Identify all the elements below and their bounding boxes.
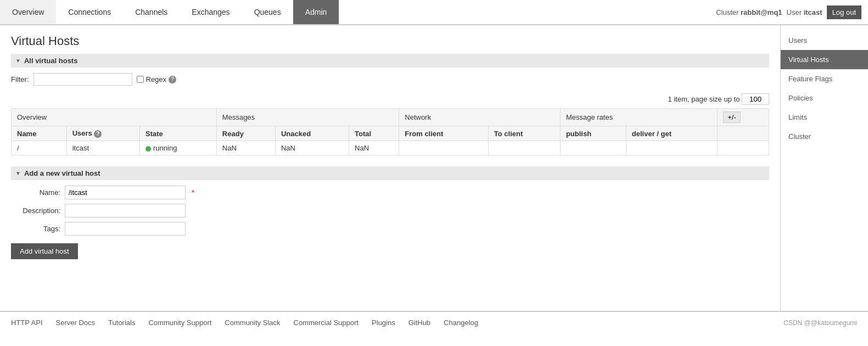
footer-community-slack[interactable]: Community Slack [225,319,280,327]
tab-exchanges[interactable]: Exchanges [180,0,242,24]
col-actions [718,126,769,141]
required-star: * [192,188,194,197]
col-to-client: To client [488,126,560,141]
col-deliver-get: deliver / get [626,126,717,141]
top-nav-bar: Overview Connections Channels Exchanges … [0,0,868,25]
cell-ready: NaN [216,141,275,155]
cell-from-client [399,141,489,155]
cell-name[interactable]: / [12,141,67,155]
all-vhosts-header: ▼ All virtual hosts [11,54,769,68]
name-row: Name: * [11,186,769,199]
cluster-value: rabbit@mq1 [741,8,782,16]
top-right-info: Cluster rabbit@mq1 User itcast Log out [716,5,868,19]
footer-changelog[interactable]: Changelog [444,319,478,327]
sidebar: Users Virtual Hosts Feature Flags Polici… [780,25,868,311]
logout-button[interactable]: Log out [827,5,861,19]
name-field-label: Name: [11,188,60,197]
add-virtual-host-button[interactable]: Add virtual host [11,243,78,259]
cell-unacked: NaN [275,141,349,155]
footer-commercial-support[interactable]: Commercial Support [294,319,359,327]
footer-plugins[interactable]: Plugins [372,319,395,327]
regex-check: Regex ? [137,75,177,83]
nav-tabs: Overview Connections Channels Exchanges … [0,0,339,24]
page-title: Virtual Hosts [11,34,769,48]
group-overview: Overview [12,109,217,126]
users-help-icon[interactable]: ? [94,130,102,138]
filter-row: Filter: Regex ? [11,73,769,86]
tags-input[interactable] [65,222,186,236]
description-row: Description: [11,204,769,217]
regex-label: Regex [146,75,167,83]
cell-state: running [140,141,217,155]
footer-github[interactable]: GitHub [408,319,430,327]
col-users: Users ? [66,126,139,141]
filter-label: Filter: [11,75,29,83]
user-label: User itcast [787,8,822,16]
main-layout: Virtual Hosts ▼ All virtual hosts Filter… [0,25,868,311]
running-dot [145,146,151,152]
tags-row: Tags: [11,222,769,236]
regex-checkbox[interactable] [137,76,144,83]
group-message-rates: Message rates [560,109,717,126]
group-network: Network [399,109,561,126]
filter-input[interactable] [33,73,132,86]
page-size-text: 1 item, page size up to [668,95,740,103]
group-messages: Messages [216,109,399,126]
col-state: State [140,126,217,141]
table-group-header-row: Overview Messages Network Message rates … [12,109,769,126]
cell-deliver-get [626,141,717,155]
user-value: itcast [804,8,822,16]
footer: HTTP API Server Docs Tutorials Community… [0,311,868,333]
plus-minus-button[interactable]: +/- [723,111,741,123]
sidebar-item-users[interactable]: Users [781,31,868,50]
footer-community-support[interactable]: Community Support [148,319,211,327]
group-plus-minus: +/- [718,109,769,126]
table-col-header-row: Name Users ? State Ready Unacked Total F… [12,126,769,141]
cluster-label: Cluster rabbit@mq1 [716,8,782,16]
cell-users: itcast [66,141,139,155]
add-collapse-icon[interactable]: ▼ [15,170,21,176]
col-unacked: Unacked [275,126,349,141]
cell-to-client [488,141,560,155]
help-icon[interactable]: ? [169,76,176,83]
sidebar-item-policies[interactable]: Policies [781,88,868,108]
add-vhost-section: ▼ Add a new virtual host Name: * Descrip… [11,166,769,259]
page-size-row: 1 item, page size up to [11,93,769,105]
footer-credit: CSDN @@katoumegumi [783,319,857,327]
sidebar-item-cluster[interactable]: Cluster [781,127,868,146]
cell-publish [560,141,626,155]
all-vhosts-label: All virtual hosts [24,57,78,65]
col-from-client: From client [399,126,489,141]
description-input[interactable] [65,204,186,217]
tab-queues[interactable]: Queues [242,0,293,24]
tab-channels[interactable]: Channels [123,0,180,24]
tab-admin[interactable]: Admin [293,0,339,24]
col-total: Total [349,126,399,141]
collapse-icon[interactable]: ▼ [15,58,21,64]
content-area: Virtual Hosts ▼ All virtual hosts Filter… [0,25,780,311]
footer-server-docs[interactable]: Server Docs [56,319,96,327]
footer-tutorials[interactable]: Tutorials [108,319,135,327]
sidebar-item-virtual-hosts[interactable]: Virtual Hosts [781,50,868,69]
sidebar-item-limits[interactable]: Limits [781,108,868,127]
cell-total: NaN [349,141,399,155]
col-ready: Ready [216,126,275,141]
vhost-table: Overview Messages Network Message rates … [11,108,769,155]
col-name: Name [12,126,67,141]
col-publish: publish [560,126,626,141]
footer-http-api[interactable]: HTTP API [11,319,43,327]
tags-field-label: Tags: [11,225,60,233]
add-vhost-header: ▼ Add a new virtual host [11,166,769,180]
sidebar-item-feature-flags[interactable]: Feature Flags [781,69,868,88]
tab-connections[interactable]: Connections [56,0,123,24]
page-size-input[interactable] [742,93,769,105]
table-row: / itcast running NaN NaN NaN [12,141,769,155]
tab-overview[interactable]: Overview [0,0,56,24]
name-input[interactable] [65,186,186,199]
cell-actions [718,141,769,155]
description-field-label: Description: [11,207,60,215]
add-vhost-label: Add a new virtual host [24,169,100,177]
